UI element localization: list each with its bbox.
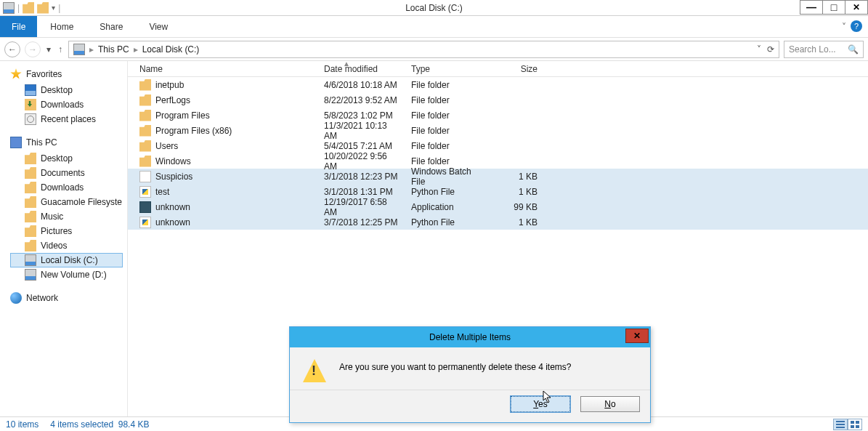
col-type[interactable]: Type [405,64,492,74]
qat-sep: | [17,3,20,13]
tree-item-documents[interactable]: Documents [10,166,123,180]
drive-icon [73,44,85,55]
file-name: inetpub [155,80,184,90]
minimize-button[interactable]: — [800,0,823,15]
file-date: 12/19/2017 6:58 AM [318,197,405,217]
tree-item-desktop2[interactable]: Desktop [10,151,123,166]
folder-icon [25,153,36,164]
dialog-close-button[interactable]: ✕ [625,329,649,343]
status-count: 10 items [6,419,38,430]
maximize-button[interactable]: □ [822,0,845,15]
recent-icon [25,113,36,125]
search-input[interactable]: Search Lo... 🔍 [784,41,864,58]
file-name: Program Files (x86) [155,126,232,136]
batch-icon [139,171,151,182]
back-button[interactable]: ← [4,41,20,57]
dialog-title-bar: Delete Multiple Items ✕ [290,327,650,347]
delete-dialog: Delete Multiple Items ✕ Are you sure you… [289,326,651,423]
col-date[interactable]: Date modified [318,64,405,74]
tree-item-music[interactable]: Music [10,209,123,224]
crumb-localdisk[interactable]: Local Disk (C:) [138,44,204,55]
col-name[interactable]: Name [134,64,318,74]
tree-item-newvolume[interactable]: New Volume (D:) [10,267,123,282]
tab-share[interactable]: Share [86,16,136,37]
tree-item-localdisk[interactable]: Local Disk (C:) [10,253,123,267]
address-bar[interactable]: ▸ This PC ▸ Local Disk (C:) ˅ ⟳ [68,41,779,58]
table-row[interactable]: unknown3/7/2018 12:25 PMPython File1 KB [128,214,868,230]
warning-icon [303,359,326,382]
folder-icon [25,211,36,222]
table-row[interactable]: Suspicios3/1/2018 12:23 PMWindows Batch … [128,169,868,184]
file-name: unknown [155,202,190,212]
network-icon [10,292,22,304]
title-bar: | ▾ | Local Disk (C:) — □ ✕ [0,0,868,16]
tree-item-videos[interactable]: Videos [10,238,123,253]
tree-item-desktop[interactable]: Desktop [10,83,123,97]
tree-item-pictures[interactable]: Pictures [10,224,123,238]
tree-item-recent[interactable]: Recent places [10,112,123,126]
view-icons-button[interactable] [848,419,862,430]
tree-item-downloads2[interactable]: Downloads [10,180,123,195]
tree-item-guac[interactable]: Guacamole Filesyste [10,195,123,209]
table-row[interactable]: Users5/4/2015 7:21 AMFile folder [128,138,868,153]
help-icon[interactable]: ? [851,20,862,32]
file-name: test [155,187,169,197]
history-dropdown-icon[interactable]: ▾ [45,44,52,55]
address-dropdown-icon[interactable]: ˅ [757,44,761,55]
yes-button[interactable]: Yes [511,396,570,412]
drive-icon [25,269,36,281]
file-type: File folder [405,156,492,166]
folder-icon [25,167,36,179]
crumb-thispc[interactable]: This PC [94,44,134,55]
star-icon [10,68,22,80]
table-row[interactable]: Program Files5/8/2023 1:02 PMFile folder [128,108,868,123]
pc-icon [10,137,22,148]
file-tab[interactable]: File [0,16,37,37]
quick-access-toolbar: | ▾ | [0,2,60,14]
table-row[interactable]: Program Files (x86)11/3/2021 10:13 AMFil… [128,123,868,138]
table-row[interactable]: Windows10/20/2022 9:56 AMFile folder [128,153,868,169]
tree-network[interactable]: Network [10,292,123,304]
py-icon [139,217,151,228]
table-row[interactable]: PerfLogs8/22/2013 9:52 AMFile folder [128,92,868,108]
drive-icon [25,254,36,266]
svg-rect-6 [856,425,859,428]
file-name: Suspicios [155,172,192,182]
close-button[interactable]: ✕ [845,0,868,15]
column-headers: Name Date modified Type Size [128,61,868,77]
refresh-button[interactable]: ⟳ [767,44,774,55]
forward-button[interactable]: → [25,41,41,57]
window-title: Local Disk (C:) [405,3,463,13]
file-type: Python File [405,187,492,197]
new-folder-icon[interactable] [23,2,34,14]
table-row[interactable]: test3/1/2018 1:31 PMPython File1 KB [128,184,868,199]
navigation-bar: ← → ▾ ↑ ▸ This PC ▸ Local Disk (C:) ˅ ⟳ … [0,38,868,61]
tab-home[interactable]: Home [37,16,86,37]
open-folder-icon[interactable] [37,2,49,14]
svg-rect-5 [851,425,854,428]
file-type: File folder [405,141,492,151]
folder-icon [139,79,151,91]
ribbon-collapse-icon[interactable]: ˅ [842,22,846,32]
view-details-button[interactable] [833,419,848,430]
folder-icon [139,140,151,152]
table-row[interactable]: inetpub4/6/2018 10:18 AMFile folder [128,77,868,92]
svg-rect-3 [851,421,854,424]
table-row[interactable]: unknown12/19/2017 6:58 AMApplication99 K… [128,199,868,214]
tree-thispc[interactable]: This PC [10,137,123,148]
folder-icon [139,94,151,106]
app-icon [3,2,15,14]
tree-favorites[interactable]: Favorites [10,68,123,80]
qat-chevron-icon[interactable]: ▾ [52,4,55,12]
tab-view[interactable]: View [136,16,181,37]
ribbon: File Home Share View ˅ ? [0,16,868,38]
col-size[interactable]: Size [492,64,543,74]
dialog-message: Are you sure you want to permanently del… [339,359,572,372]
tree-item-downloads[interactable]: Downloads [10,97,123,112]
no-button[interactable]: No [580,396,640,412]
file-date: 4/6/2018 10:18 AM [318,80,405,90]
file-date: 5/4/2015 7:21 AM [318,141,405,151]
svg-rect-4 [856,421,859,424]
up-button[interactable]: ↑ [57,44,64,55]
folder-icon [25,225,36,237]
